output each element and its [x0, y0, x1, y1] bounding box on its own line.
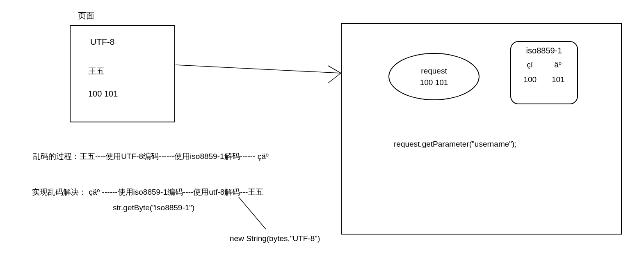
- client-name-value: 王五: [88, 66, 105, 77]
- get-parameter-call: request.getParameter("username");: [394, 140, 517, 149]
- request-bytes: 100 101: [420, 78, 448, 87]
- client-encoding-label: UTF-8: [90, 37, 115, 47]
- client-page-box: [70, 25, 175, 122]
- getbyte-call-text: str.getByte("iso8859-1"): [113, 203, 194, 212]
- iso-code-2: 101: [552, 75, 565, 84]
- garbled-process-text: 乱码的过程：王五----使用UTF-8编码------使用iso8859-1解码…: [33, 151, 269, 162]
- server-container-box: [341, 23, 622, 235]
- new-string-call-text: new String(bytes,"UTF-8"): [230, 234, 320, 243]
- iso-code-1: 100: [523, 75, 537, 84]
- request-ellipse: request 100 101: [388, 53, 480, 100]
- iso-garbled-char-1: çí: [527, 60, 533, 69]
- garbled-solution-text: 实现乱码解决： çäº ------使用iso8859-1编码----使用utf…: [32, 187, 263, 198]
- iso-encoding-label: iso8859-1: [516, 46, 572, 55]
- svg-line-2: [328, 73, 341, 83]
- page-title-label: 页面: [78, 10, 94, 21]
- iso-decoding-box: iso8859-1 çí äº 100 101: [510, 41, 578, 104]
- svg-line-3: [239, 197, 266, 229]
- svg-line-0: [176, 65, 341, 73]
- iso-garbled-char-2: äº: [554, 60, 562, 69]
- svg-line-1: [328, 66, 341, 73]
- client-bytes-value: 100 101: [88, 89, 118, 99]
- request-label: request: [421, 67, 447, 76]
